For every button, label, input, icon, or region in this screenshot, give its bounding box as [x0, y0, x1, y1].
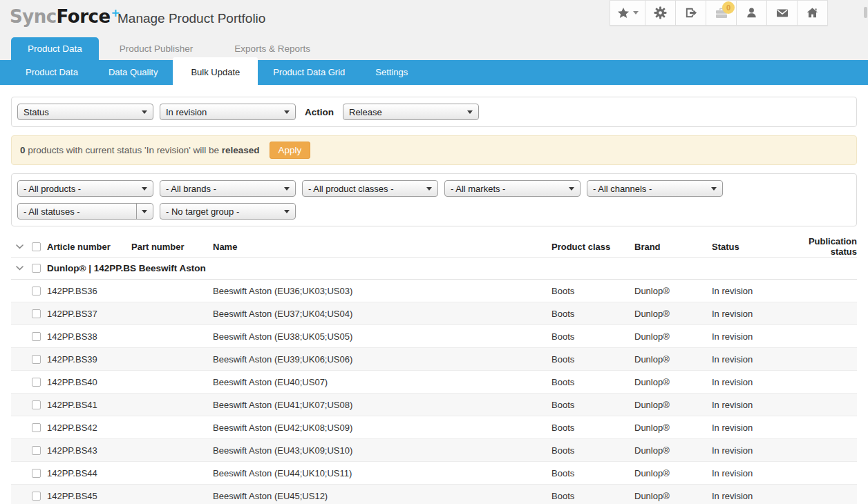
row-checkbox[interactable] [32, 355, 41, 364]
cell-article-number: 142PP.BS42 [47, 423, 131, 433]
filter-all-statuses[interactable]: - All statuses - [17, 203, 153, 220]
cell-product-class: Boots [551, 377, 634, 387]
bulk-action-panel: Status In revision Action Release [11, 97, 857, 127]
tab-product-data[interactable]: Product Data [11, 37, 99, 60]
cell-product-class: Boots [551, 331, 634, 342]
chevron-down-icon [426, 187, 432, 191]
subtab-data-quality[interactable]: Data Quality [93, 60, 173, 85]
col-brand: Brand [634, 242, 712, 252]
table-row[interactable]: 142PP.BS39 Beeswift Aston (EU39;UK06;US0… [11, 348, 857, 371]
dropdown-caret-section[interactable] [136, 204, 147, 219]
filter-all-markets[interactable]: - All markets - [444, 180, 581, 197]
filter-all-products[interactable]: - All products - [17, 180, 153, 197]
cell-status: In revision [712, 286, 786, 296]
row-checkbox[interactable] [32, 423, 41, 432]
cell-name: Beeswift Aston (EU43;UK09;US10) [213, 445, 551, 456]
row-checkbox[interactable] [32, 469, 41, 478]
home-icon [806, 6, 819, 19]
cell-name: Beeswift Aston (EU38;UK05;US05) [213, 331, 551, 342]
row-checkbox[interactable] [32, 287, 41, 295]
chevron-down-icon [569, 187, 574, 191]
gear-icon [654, 6, 667, 19]
cell-brand: Dunlop® [634, 468, 712, 478]
favorites-button[interactable] [610, 0, 645, 26]
cell-name: Beeswift Aston (EU41;UK07;US08) [213, 400, 551, 410]
messages-button[interactable] [767, 0, 798, 26]
scrollbar-thumb[interactable] [864, 7, 867, 18]
cell-brand: Dunlop® [634, 309, 712, 319]
cell-brand: Dunlop® [634, 400, 712, 410]
status-type-select[interactable]: Status [17, 104, 153, 120]
cell-article-number: 142PP.BS44 [47, 468, 131, 478]
table-row[interactable]: 142PP.BS44 Beeswift Aston (EU44;UK10;US1… [11, 462, 857, 485]
cell-name: Beeswift Aston (EU36;UK03;US03) [213, 286, 551, 296]
cell-product-class: Boots [551, 491, 634, 501]
subtab-product-data-grid[interactable]: Product Data Grid [258, 60, 360, 85]
notice-count: 0 [20, 145, 26, 155]
table-row[interactable]: 142PP.BS38 Beeswift Aston (EU38;UK05;US0… [11, 325, 857, 348]
cell-brand: Dunlop® [634, 331, 712, 342]
cell-article-number: 142PP.BS37 [47, 309, 131, 319]
notice-emphasis: released [222, 145, 260, 155]
primary-tabs: Product Data Product Publisher Exports &… [0, 35, 868, 60]
row-checkbox[interactable] [32, 400, 41, 409]
status-value-select[interactable]: In revision [160, 104, 296, 120]
filter-all-channels-value: - All channels - [593, 184, 711, 194]
notice-middle: products with current status 'In revisio… [26, 145, 222, 155]
select-all-checkbox[interactable] [32, 242, 41, 251]
chevron-down-icon [711, 187, 717, 191]
home-button[interactable] [798, 0, 828, 26]
collapse-all-chevron-icon[interactable] [11, 244, 28, 249]
action-select[interactable]: Release [343, 104, 479, 120]
filter-target-group-value: - No target group - [166, 206, 284, 217]
cell-name: Beeswift Aston (EU44;UK10;US11) [213, 468, 551, 478]
row-checkbox[interactable] [32, 378, 41, 387]
table-row[interactable]: 142PP.BS36 Beeswift Aston (EU36;UK03;US0… [11, 280, 857, 302]
filter-all-brands-value: - All brands - [166, 184, 284, 194]
filter-all-channels[interactable]: - All channels - [587, 180, 723, 197]
cell-status: In revision [712, 309, 786, 319]
col-name: Name [213, 242, 551, 252]
table-row[interactable]: 142PP.BS41 Beeswift Aston (EU41;UK07;US0… [11, 394, 857, 416]
filter-all-product-classes[interactable]: - All product classes - [302, 180, 438, 197]
row-checkbox[interactable] [32, 332, 41, 341]
filter-all-brands[interactable]: - All brands - [160, 180, 296, 197]
group-chevron-icon[interactable] [11, 266, 28, 271]
row-checkbox[interactable] [32, 446, 41, 455]
row-checkbox[interactable] [32, 492, 41, 501]
cell-product-class: Boots [551, 468, 634, 478]
table-row[interactable]: 142PP.BS37 Beeswift Aston (EU37;UK04;US0… [11, 302, 857, 325]
filter-all-products-value: - All products - [23, 184, 142, 194]
subtab-product-data[interactable]: Product Data [10, 60, 93, 85]
cell-article-number: 142PP.BS40 [47, 377, 131, 387]
apply-button[interactable]: Apply [270, 142, 311, 159]
filter-target-group[interactable]: - No target group - [160, 203, 296, 220]
syncforce-logo: SyncForce+ [10, 6, 120, 27]
sign-out-button[interactable] [676, 0, 706, 26]
table-header-row: Article number Part number Name Product … [11, 236, 857, 257]
mail-icon [775, 6, 789, 20]
col-status: Status [712, 242, 786, 252]
cell-status: In revision [712, 423, 786, 433]
subtab-bulk-update[interactable]: Bulk Update [173, 57, 258, 85]
bulk-update-notice: 0 products with current status 'In revis… [11, 135, 857, 165]
chevron-down-icon [284, 187, 290, 191]
settings-button[interactable] [645, 0, 676, 26]
cell-product-class: Boots [551, 423, 634, 433]
table-row[interactable]: 142PP.BS43 Beeswift Aston (EU43;UK09;US1… [11, 439, 857, 462]
user-button[interactable] [737, 0, 767, 26]
cell-article-number: 142PP.BS39 [47, 354, 131, 365]
logo-force: Force [57, 6, 111, 27]
group-checkbox[interactable] [32, 264, 41, 273]
subtab-settings[interactable]: Settings [360, 60, 423, 85]
col-product-class: Product class [551, 242, 634, 252]
cell-status: In revision [712, 468, 786, 478]
cell-article-number: 142PP.BS41 [47, 400, 131, 410]
table-row[interactable]: 142PP.BS40 Beeswift Aston (EU40;US07) Bo… [11, 371, 857, 394]
cell-status: In revision [712, 331, 786, 342]
table-row[interactable]: 142PP.BS42 Beeswift Aston (EU42;UK08;US0… [11, 416, 857, 439]
row-checkbox[interactable] [32, 309, 41, 318]
projects-button[interactable]: 0 [706, 0, 737, 26]
table-row[interactable]: 142PP.BS45 Beeswift Aston (EU45;US12) Bo… [11, 485, 857, 504]
cell-status: In revision [712, 377, 786, 387]
